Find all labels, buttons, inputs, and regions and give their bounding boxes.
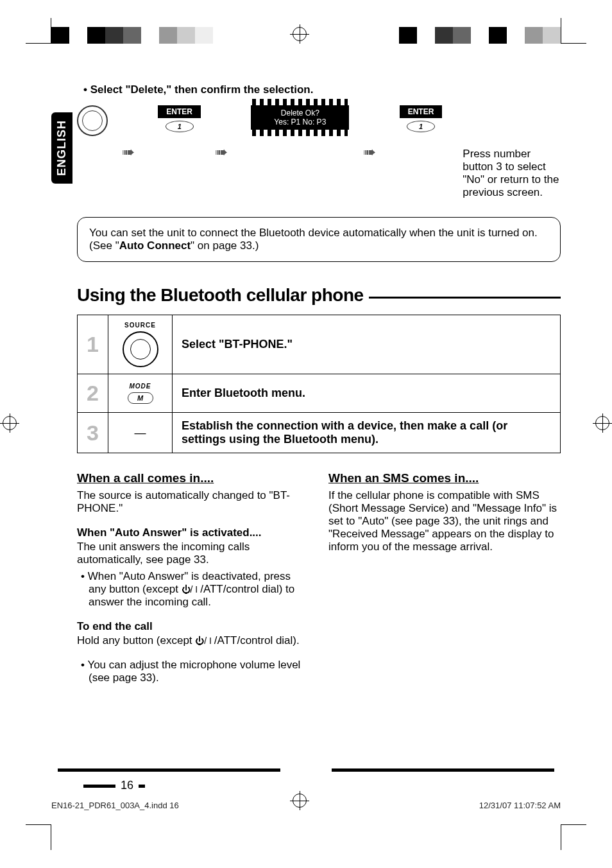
bottom-rule bbox=[58, 768, 280, 772]
illustration-row: ➠ ENTER 1 ➠ Delete Ok? Yes: P1 No: P3 ➠ … bbox=[77, 105, 561, 199]
step-number: 3 bbox=[78, 413, 108, 453]
registration-mark bbox=[595, 416, 609, 430]
subsection-heading: When a call comes in.... bbox=[77, 471, 309, 485]
step-number: 2 bbox=[78, 374, 108, 413]
color-bar bbox=[51, 27, 231, 44]
lcd-display: Delete Ok? Yes: P1 No: P3 bbox=[251, 105, 349, 130]
note-bold: Auto Connect bbox=[119, 239, 191, 252]
crop-mark bbox=[26, 18, 51, 44]
mode-label: MODE bbox=[117, 383, 163, 390]
table-row: 2 MODE M Enter Bluetooth menu. bbox=[78, 374, 561, 413]
right-column: When an SMS comes in.... If the cellular… bbox=[328, 471, 561, 688]
subsection-heading: When an SMS comes in.... bbox=[328, 471, 561, 485]
sub-heading: To end the call bbox=[77, 620, 309, 633]
side-note: Press number button 3 to select "No" or … bbox=[463, 148, 561, 199]
source-dial-icon bbox=[123, 331, 158, 367]
footer-filename: EN16-21_PDR61_003A_4.indd 16 bbox=[51, 801, 179, 810]
sub-heading: When "Auto Answer" is activated.... bbox=[77, 526, 309, 539]
arrow-icon: ➠ bbox=[122, 143, 144, 161]
registration-mark bbox=[3, 416, 17, 430]
lcd-line1: Delete Ok? bbox=[278, 108, 322, 117]
body-text: Hold any button (except ⏻/ I /ATT/contro… bbox=[77, 634, 309, 647]
crop-mark bbox=[561, 824, 586, 850]
enter-button-label: ENTER bbox=[400, 105, 443, 118]
table-row: 1 SOURCE Select "BT-PHONE." bbox=[78, 315, 561, 374]
step-icon-cell: — bbox=[108, 413, 173, 453]
step-icon-cell: MODE M bbox=[108, 374, 173, 413]
arrow-icon: ➠ bbox=[215, 143, 237, 161]
lcd-line2: Yes: P1 No: P3 bbox=[271, 117, 328, 126]
source-label: SOURCE bbox=[117, 322, 163, 329]
section-heading: Using the Bluetooth cellular phone bbox=[77, 285, 561, 306]
step-description: Establish the connection with a device, … bbox=[173, 413, 561, 453]
arrow-icon: ➠ bbox=[363, 143, 385, 161]
prepress-footer: EN16-21_PDR61_003A_4.indd 16 12/31/07 11… bbox=[51, 801, 561, 810]
table-row: 3 — Establish the connection with a devi… bbox=[78, 413, 561, 453]
heading-rule bbox=[369, 297, 561, 299]
power-att-icon: ⏻/ I bbox=[195, 636, 214, 646]
page-number: 16 bbox=[83, 779, 145, 792]
body-text: If the cellular phone is compatible with… bbox=[328, 489, 561, 553]
body-text-part: Hold any button (except bbox=[77, 634, 195, 647]
lead-bullet: Select "Delete," then confirm the select… bbox=[83, 83, 561, 96]
color-bar bbox=[381, 27, 561, 44]
section-title-text: Using the Bluetooth cellular phone bbox=[77, 285, 364, 306]
crop-mark bbox=[26, 824, 51, 850]
footer-timestamp: 12/31/07 11:07:52 AM bbox=[479, 801, 561, 810]
crop-mark bbox=[561, 18, 586, 44]
bullet-item: When "Auto Answer" is deactivated, press… bbox=[77, 570, 309, 609]
preset-1-button: 1 bbox=[407, 121, 435, 132]
language-tab: ENGLISH bbox=[51, 112, 72, 184]
body-text-part: /ATT/control dial). bbox=[214, 634, 300, 647]
power-att-icon: ⏻/ I bbox=[182, 584, 201, 595]
body-text: The unit answers the incoming calls auto… bbox=[77, 541, 309, 566]
callout-box: You can set the unit to connect the Blue… bbox=[77, 217, 561, 262]
bottom-rule bbox=[332, 768, 554, 772]
body-text: The source is automatically changed to "… bbox=[77, 489, 309, 515]
enter-button-label: ENTER bbox=[158, 105, 201, 118]
steps-table: 1 SOURCE Select "BT-PHONE." 2 MODE M Ent… bbox=[77, 315, 561, 453]
preset-1-button: 1 bbox=[166, 121, 194, 132]
step-description: Select "BT-PHONE." bbox=[173, 315, 561, 374]
step-icon-cell: SOURCE bbox=[108, 315, 173, 374]
step-number: 1 bbox=[78, 315, 108, 374]
note-post: " on page 33.) bbox=[191, 239, 259, 252]
bullet-item: You can adjust the microphone volume lev… bbox=[77, 659, 309, 684]
registration-mark bbox=[293, 27, 307, 41]
mode-button-icon: M bbox=[128, 392, 153, 404]
step-description: Enter Bluetooth menu. bbox=[173, 374, 561, 413]
left-column: When a call comes in.... The source is a… bbox=[77, 471, 309, 688]
control-dial-icon bbox=[77, 105, 108, 136]
